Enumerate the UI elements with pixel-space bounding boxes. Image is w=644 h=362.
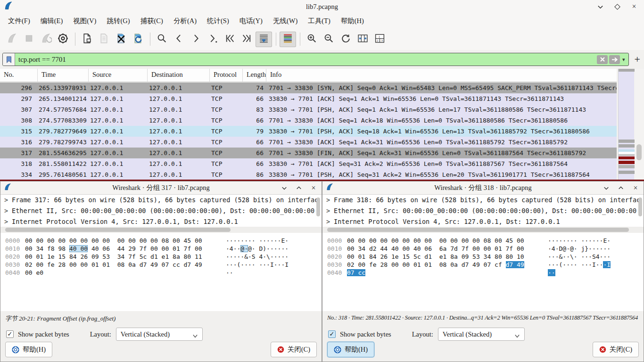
expand-arrow-icon[interactable]: > [4,206,12,216]
hex-bytes[interactable]: 07 cc [347,269,525,277]
tree-row[interactable]: >Ethernet II, Src: 00:00:00_00:00:00 (00… [322,206,644,216]
menu-item-g[interactable]: 跳转(G) [101,14,135,28]
zoom-reset-button[interactable] [338,32,354,47]
display-filter-input[interactable]: tcp.port == 7701 ▾ [2,53,629,66]
go-back-button[interactable] [171,32,187,47]
capture-options-button[interactable] [55,32,71,47]
help-button[interactable]: 帮助(H) [5,342,52,357]
menu-item-y[interactable]: 电话(Y) [234,14,268,28]
hex-line[interactable]: 002000 01 84 26 1e 15 5c d1 e1 8a 09 53 … [327,253,644,261]
expand-arrow-icon[interactable]: > [4,195,12,206]
layout-panes-button[interactable]: 123 [372,32,388,47]
hex-bytes[interactable]: 00 00 00 00 00 00 00 00 00 00 00 00 08 0… [347,237,525,245]
filter-clear-button[interactable] [597,55,608,64]
zoom-in-button[interactable] [304,32,320,47]
close-button[interactable]: 关闭(C) [271,342,317,357]
packet-row-307[interactable]: 307274.577057684127.0.0.1127.0.0.1TCP833… [0,104,617,115]
hex-line[interactable]: 000000 00 00 00 00 00 00 00 00 00 00 00 … [327,237,644,245]
hex-ascii[interactable]: ·· [226,269,233,277]
unshade-icon[interactable] [296,185,302,191]
menu-item-f[interactable]: 文件(F) [3,14,35,28]
packet-row-315[interactable]: 315279.782779649127.0.0.1127.0.0.1TCP793… [0,126,617,137]
help-button[interactable]: 帮助(H) [327,342,374,357]
hex-ascii[interactable]: ········ ······E· [548,237,611,245]
reload-file-button[interactable] [130,32,146,47]
packet-detail-tree[interactable]: >Frame 318: 66 bytes on wire (528 bits),… [322,195,644,227]
hex-bytes[interactable]: 02 00 fe 28 00 00 01 01 08 0a d7 49 07 c… [347,261,525,269]
colorize-button[interactable] [280,32,296,47]
show-packet-bytes-checkbox[interactable]: ✓ [6,330,14,338]
expand-arrow-icon[interactable]: > [4,216,12,227]
column-header-protocol[interactable]: Protocol [210,69,243,82]
close-icon[interactable]: × [310,185,317,191]
filter-history-dropdown-icon[interactable]: ▾ [622,57,625,63]
maximize-icon[interactable] [614,3,620,10]
unshade-icon[interactable] [618,185,624,191]
shade-icon[interactable] [281,185,288,191]
filter-bookmark-button[interactable] [3,53,15,66]
menu-item-t[interactable]: 工具(T) [303,14,336,28]
hex-line[interactable]: 004007 cc·· [327,269,644,277]
go-first-button[interactable] [222,32,238,47]
find-packet-button[interactable] [154,32,170,47]
shade-icon[interactable] [603,185,610,191]
expand-arrow-icon[interactable]: > [326,195,334,206]
menu-item-w[interactable]: 无线(W) [268,14,303,28]
minimize-icon[interactable] [597,3,603,10]
menu-item-h[interactable]: 帮助(H) [336,14,369,28]
tree-row[interactable]: >Internet Protocol Version 4, Src: 127.0… [0,216,322,227]
hex-ascii[interactable]: ········ ······E· [226,237,289,245]
close-button[interactable]: 关闭(C) [593,342,639,357]
packet-list[interactable]: 296265.133978931127.0.0.1127.0.0.1TCP747… [0,82,617,180]
packet-row-318[interactable]: 318281.558011422127.0.0.1127.0.0.1TCP663… [0,158,617,169]
menu-item-e[interactable]: 编辑(E) [35,14,68,28]
hex-line[interactable]: 003002 00 fe 28 00 00 01 01 08 0a d7 49 … [5,261,322,269]
hex-bytes[interactable]: 00 34 d2 44 40 00 40 06 6a 7d 7f 00 00 0… [347,245,525,253]
scrollbar-handle[interactable] [636,144,642,160]
layout-select[interactable]: Vertical (Stacked) [438,328,525,341]
tree-scrollbar-handle[interactable] [316,197,320,216]
hex-bytes[interactable]: 02 00 fe 28 00 00 01 01 08 0a d7 49 07 c… [25,261,203,269]
packet-row-317[interactable]: 317281.554636295127.0.0.1127.0.0.1TCP667… [0,148,617,158]
show-packet-bytes-checkbox[interactable]: ✓ [328,330,336,338]
go-last-button[interactable] [239,32,255,47]
hex-line[interactable]: 001000 34 d2 44 40 00 40 06 6a 7d 7f 00 … [327,245,644,253]
hex-ascii[interactable]: ·· [548,269,555,277]
auto-scroll-button[interactable] [256,32,272,47]
layout-select[interactable]: Vertical (Stacked) [116,328,203,341]
hscrollbar-handle[interactable] [5,228,231,232]
tree-row[interactable]: >Frame 317: 66 bytes on wire (528 bits),… [0,195,322,206]
hex-line[interactable]: 001000 34 f8 98 40 00 40 06 44 29 7f 00 … [5,245,322,253]
packet-list-scrollbar[interactable] [635,69,644,180]
hex-bytes[interactable]: 00 01 1e 15 84 26 09 53 34 7f 5c d1 e1 8… [25,253,203,261]
expand-arrow-icon[interactable]: > [326,206,334,216]
hex-bytes[interactable]: 00 34 f8 98 40 00 40 06 44 29 7f 00 00 0… [25,245,203,253]
hex-line[interactable]: 000000 00 00 00 00 00 00 00 00 00 00 00 … [5,237,322,245]
column-header-source[interactable]: Source [89,69,148,82]
packet-row-334[interactable]: 334295.761480561127.0.0.1127.0.0.1TCP863… [0,169,617,180]
filter-apply-button[interactable] [609,55,620,64]
close-file-button[interactable] [113,32,129,47]
hex-bytes[interactable]: 00 e0 [25,269,203,277]
hex-bytes[interactable]: 00 00 00 00 00 00 00 00 00 00 00 00 08 0… [25,237,203,245]
tree-row[interactable]: >Internet Protocol Version 4, Src: 127.0… [322,216,644,227]
menu-item-v[interactable]: 视图(V) [68,14,101,28]
packet-bytes-view[interactable]: 000000 00 00 00 00 00 00 00 00 00 00 00 … [322,233,644,311]
menu-item-a[interactable]: 分析(A) [168,14,202,28]
hex-ascii[interactable]: ·4··@·@· D)······ [226,245,289,253]
packet-row-316[interactable]: 316279.782799743127.0.0.1127.0.0.1TCP667… [0,137,617,148]
resize-columns-button[interactable] [355,32,371,47]
tree-row[interactable]: >Ethernet II, Src: 00:00:00_00:00:00 (00… [0,206,322,216]
hex-bytes[interactable]: 00 01 84 26 1e 15 5c d1 e1 8a 09 53 34 8… [347,253,525,261]
packet-row-297[interactable]: 297265.134001214127.0.0.1127.0.0.1TCP663… [0,93,617,104]
column-header-time[interactable]: Time [38,69,89,82]
packet-row-308[interactable]: 308274.577083309127.0.0.1127.0.0.1TCP667… [0,115,617,126]
tree-row[interactable]: >Frame 318: 66 bytes on wire (528 bits),… [322,195,644,206]
column-header-info[interactable]: Info [266,69,617,82]
packet-list-minimap-scrollbar[interactable] [618,69,634,180]
hex-ascii[interactable]: ···(···· ···I···I [548,261,611,269]
menu-item-s[interactable]: 统计(S) [202,14,234,28]
go-to-packet-button[interactable] [205,32,221,47]
hex-ascii[interactable]: ·4·D@·@· j}······ [548,245,611,253]
close-icon[interactable]: × [632,185,639,191]
